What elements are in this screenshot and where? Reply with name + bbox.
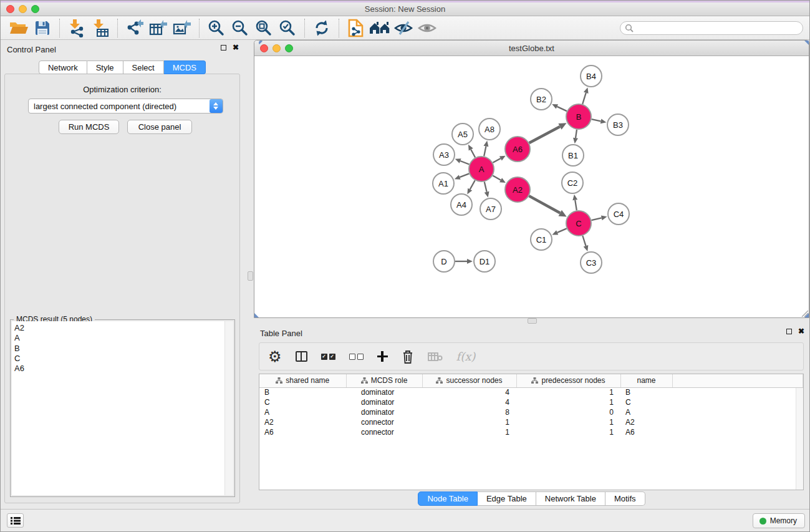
select-all-columns-icon[interactable]: ✓✓ bbox=[321, 347, 335, 367]
refresh-icon[interactable] bbox=[310, 18, 334, 38]
column-mapping-icon[interactable] bbox=[296, 347, 307, 367]
horizontal-split-handle[interactable] bbox=[528, 318, 537, 324]
graph-edge-C-C2[interactable] bbox=[575, 200, 577, 211]
graph-edge-A-A5[interactable] bbox=[471, 150, 475, 158]
graph-edge-B-B1[interactable] bbox=[576, 130, 577, 138]
close-panel-icon[interactable]: ✖ bbox=[233, 45, 239, 51]
float-panel-icon[interactable] bbox=[221, 45, 226, 51]
column-header-shared-name[interactable]: shared name bbox=[259, 374, 346, 387]
tab-style[interactable]: Style bbox=[87, 60, 123, 74]
cell-mcds-role[interactable]: dominator bbox=[346, 397, 422, 407]
cell-mcds-role[interactable]: dominator bbox=[346, 387, 422, 397]
float-table-panel-icon[interactable] bbox=[786, 329, 792, 334]
eye-paint-icon[interactable] bbox=[392, 18, 415, 38]
column-header-mcds-role[interactable]: MCDS role bbox=[346, 374, 422, 387]
create-column-plus-icon[interactable] bbox=[377, 347, 388, 367]
unselect-all-columns-icon[interactable] bbox=[349, 347, 364, 367]
run-mcds-button[interactable]: Run MCDS bbox=[59, 120, 119, 134]
cell-successor-nodes[interactable]: 4 bbox=[422, 387, 516, 397]
graph-edge-A-A7[interactable] bbox=[485, 181, 487, 191]
graph-edge-A-A3[interactable] bbox=[460, 161, 469, 164]
close-table-panel-icon[interactable]: ✖ bbox=[798, 329, 804, 334]
task-history-button[interactable] bbox=[7, 513, 24, 528]
table-row-a6[interactable]: A6connector11A6 bbox=[259, 427, 803, 437]
column-header-predecessor-nodes[interactable]: predecessor nodes bbox=[516, 374, 620, 387]
zoom-in-icon[interactable] bbox=[205, 18, 228, 38]
tab-network-table[interactable]: Network Table bbox=[536, 491, 605, 506]
table-row-b[interactable]: Bdominator41B bbox=[259, 387, 803, 397]
cell-mcds-role[interactable]: connector bbox=[346, 427, 422, 437]
close-panel-button[interactable]: Close panel bbox=[127, 120, 192, 134]
document-share-icon[interactable] bbox=[344, 18, 368, 38]
result-item-a[interactable]: A bbox=[12, 333, 233, 343]
cell-name[interactable]: A6 bbox=[620, 427, 672, 437]
cell-mcds-role[interactable]: connector bbox=[346, 417, 422, 427]
zoom-selected-icon[interactable] bbox=[276, 18, 299, 38]
cell-name[interactable]: A bbox=[620, 407, 672, 417]
cell-name[interactable]: A2 bbox=[620, 417, 672, 427]
open-folder-icon[interactable] bbox=[7, 18, 31, 38]
table-row-c[interactable]: Cdominator41C bbox=[259, 397, 803, 407]
zoom-out-icon[interactable] bbox=[228, 18, 252, 38]
result-list-scrollbar[interactable] bbox=[224, 321, 233, 495]
table-row-a[interactable]: Adominator80A bbox=[259, 407, 803, 417]
export-image-icon[interactable] bbox=[170, 18, 194, 38]
cell-successor-nodes[interactable]: 8 bbox=[422, 407, 516, 417]
column-header-successor-nodes[interactable]: successor nodes bbox=[422, 374, 516, 387]
cell-predecessor-nodes[interactable]: 1 bbox=[516, 417, 620, 427]
table-settings-gear-icon[interactable]: ⚙ bbox=[268, 347, 282, 367]
graph-edge-A-A4[interactable] bbox=[470, 180, 475, 189]
result-item-b[interactable]: B bbox=[12, 344, 233, 354]
tab-node-table[interactable]: Node Table bbox=[418, 491, 478, 506]
cell-successor-nodes[interactable]: 4 bbox=[422, 397, 516, 407]
cell-shared-name[interactable]: A2 bbox=[259, 417, 346, 427]
graph-edge-A-A6[interactable] bbox=[493, 158, 500, 163]
tab-network[interactable]: Network bbox=[39, 60, 87, 74]
tab-mcds[interactable]: MCDS bbox=[164, 60, 206, 74]
cell-successor-nodes[interactable]: 1 bbox=[422, 427, 516, 437]
graph-edge-C-C1[interactable] bbox=[557, 228, 567, 233]
cell-predecessor-nodes[interactable]: 1 bbox=[516, 397, 620, 407]
table-scrollbar[interactable] bbox=[796, 388, 803, 490]
import-network-icon[interactable] bbox=[65, 18, 89, 38]
delete-column-trash-icon[interactable] bbox=[402, 347, 414, 367]
cell-name[interactable]: B bbox=[620, 387, 672, 397]
memory-button[interactable]: Memory bbox=[753, 513, 805, 528]
graph-edge-C-C3[interactable] bbox=[582, 236, 586, 246]
cell-name[interactable]: C bbox=[620, 397, 672, 407]
graph-edge-A6-B[interactable] bbox=[529, 127, 560, 143]
result-item-a2[interactable]: A2 bbox=[12, 323, 233, 333]
tab-edge-table[interactable]: Edge Table bbox=[478, 491, 536, 506]
graph-edge-A-A1[interactable] bbox=[460, 173, 469, 177]
mcds-result-list[interactable]: A2ABCA6 bbox=[12, 321, 233, 495]
graph-edge-B-B4[interactable] bbox=[582, 93, 586, 104]
graph-edge-B-B3[interactable] bbox=[592, 119, 601, 121]
cell-predecessor-nodes[interactable]: 0 bbox=[516, 407, 620, 417]
graph-edge-B-B2[interactable] bbox=[557, 107, 567, 111]
table-row-a2[interactable]: A2connector11A2 bbox=[259, 417, 803, 427]
graph-edge-A-A2[interactable] bbox=[493, 175, 501, 180]
network-window-titlebar[interactable]: testGlobe.txt bbox=[254, 41, 809, 56]
tab-motifs[interactable]: Motifs bbox=[605, 491, 645, 506]
cell-shared-name[interactable]: B bbox=[259, 387, 346, 397]
tab-select[interactable]: Select bbox=[123, 60, 164, 74]
cell-predecessor-nodes[interactable]: 1 bbox=[516, 387, 620, 397]
save-icon[interactable] bbox=[31, 18, 54, 38]
export-network-icon[interactable] bbox=[123, 18, 147, 38]
cell-mcds-role[interactable]: dominator bbox=[346, 407, 422, 417]
network-canvas[interactable]: B4B2BB3A8A5A6A3B1AC2A1A2A4A7C4CC1C3DD1 bbox=[254, 56, 809, 317]
eye-icon[interactable] bbox=[415, 18, 439, 38]
cell-shared-name[interactable]: C bbox=[259, 397, 346, 407]
graph-edge-A2-C[interactable] bbox=[529, 196, 560, 213]
cell-shared-name[interactable]: A6 bbox=[259, 427, 346, 437]
cell-successor-nodes[interactable]: 1 bbox=[422, 417, 516, 427]
vertical-split-handle[interactable] bbox=[248, 271, 253, 281]
search-input[interactable] bbox=[634, 24, 798, 32]
criterion-dropdown[interactable]: largest connected component (directed) bbox=[28, 99, 223, 114]
search-box[interactable] bbox=[620, 21, 803, 35]
graph-edge-C-C4[interactable] bbox=[591, 218, 601, 220]
column-header-name[interactable]: name bbox=[620, 374, 672, 387]
result-item-a6[interactable]: A6 bbox=[12, 364, 233, 374]
export-table-icon[interactable] bbox=[147, 18, 170, 38]
cell-predecessor-nodes[interactable]: 1 bbox=[516, 427, 620, 437]
